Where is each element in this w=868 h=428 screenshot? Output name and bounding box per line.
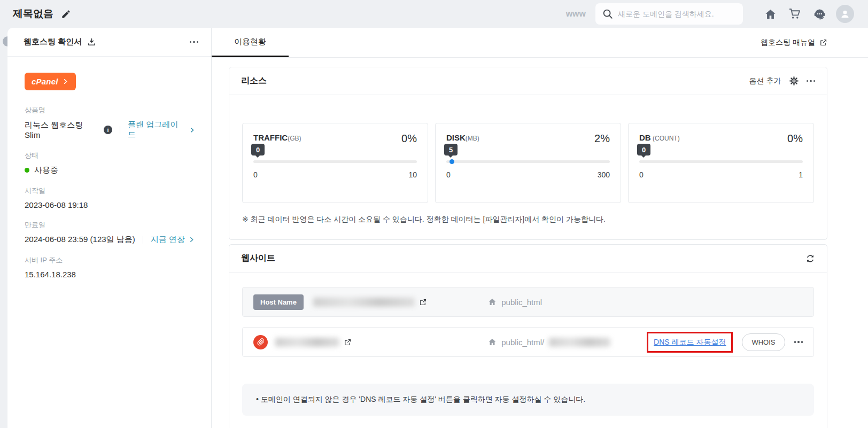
- status-value: 사용중: [34, 165, 58, 175]
- server-ip-label: 서버 IP 주소: [25, 255, 195, 265]
- chevron-right-icon: [189, 237, 195, 243]
- domain-link-icon: [253, 335, 268, 349]
- add-option-label[interactable]: 옵션 추가: [749, 76, 781, 86]
- home-folder-icon: [488, 298, 497, 306]
- home-icon[interactable]: [758, 8, 782, 20]
- start-date-label: 시작일: [25, 186, 195, 196]
- info-icon[interactable]: i: [104, 126, 112, 134]
- host-name-row: Host Name public_html: [242, 287, 814, 317]
- product-value: 리눅스 웹호스팅 Slim: [25, 120, 100, 139]
- metric-card-db: DB (COUNT) 0% 0 0 1: [628, 123, 814, 203]
- refresh-icon[interactable]: [805, 254, 815, 263]
- server-ip-value: 15.164.18.238: [25, 270, 76, 279]
- avatar[interactable]: [836, 5, 854, 23]
- metric-name: DISK: [446, 133, 466, 142]
- www-label: www: [566, 9, 586, 19]
- metric-card-traffic: TRAFFIC(GB) 0% 0 0 10: [242, 123, 428, 203]
- resources-title: 리소스: [241, 75, 267, 87]
- domain-more-icon[interactable]: [794, 341, 803, 343]
- domain-doc-root: public_html/: [501, 338, 544, 347]
- usage-bar: [446, 160, 610, 163]
- product-field: 상품명 리눅스 웹호스팅 Slim i 플랜 업그레이드: [25, 105, 195, 140]
- metric-name: DB: [639, 133, 651, 142]
- redacted-path: [549, 338, 610, 347]
- dns-auto-setup-link[interactable]: DNS 레코드 자동설정: [654, 338, 726, 346]
- cpanel-logo: cPanel: [32, 77, 58, 86]
- resources-card: 리소스 옵션 추가 TRAFFIC(GB): [229, 67, 827, 240]
- main-panel: 이용현황 웹호스팅 매뉴얼 리소스 옵션 추가: [212, 28, 868, 428]
- chevron-right-icon: [189, 127, 195, 133]
- metric-unit: (GB): [288, 135, 301, 142]
- website-card: 웹사이트 Host Name: [229, 244, 827, 428]
- page-title: 제목없음: [13, 7, 53, 21]
- product-label: 상품명: [25, 105, 195, 115]
- gear-icon[interactable]: [789, 76, 799, 86]
- support-chat-icon[interactable]: [807, 7, 832, 21]
- host-doc-root: public_html: [501, 298, 542, 307]
- expire-date-value: 2024-06-08 23:59 (123일 남음): [25, 235, 135, 245]
- usage-tooltip-badge: 0: [637, 144, 650, 155]
- external-link-icon[interactable]: [344, 338, 352, 346]
- hosting-sidebar: 웹호스팅 확인서 cPanel 상품명 리눅스 웹호스팅 Slim i 플랜 업…: [7, 28, 212, 428]
- usage-bar: [639, 160, 803, 163]
- scale-min: 0: [639, 170, 644, 179]
- external-link-icon: [819, 38, 827, 46]
- chevron-right-icon: [63, 79, 68, 84]
- tab-bar: 이용현황 웹호스팅 매뉴얼: [212, 28, 868, 58]
- start-date-value: 2023-06-08 19:18: [25, 200, 88, 209]
- status-label: 상태: [25, 151, 195, 160]
- scale-max: 10: [408, 170, 417, 179]
- sidebar-more-icon[interactable]: [190, 41, 199, 43]
- cpanel-button[interactable]: cPanel: [25, 73, 76, 90]
- resources-note: ※ 최근 데이터 반영은 다소 시간이 소요될 수 있습니다. 정확한 데이터는…: [242, 215, 814, 224]
- certificate-label: 웹호스팅 확인서: [24, 37, 82, 47]
- tab-usage-status[interactable]: 이용현황: [212, 28, 289, 57]
- start-date-field: 시작일 2023-06-08 19:18: [25, 186, 195, 209]
- metric-percent: 0%: [787, 133, 803, 144]
- usage-tooltip-badge: 5: [444, 144, 458, 155]
- server-ip-field: 서버 IP 주소 15.164.18.238: [25, 255, 195, 279]
- divider: [143, 236, 143, 244]
- redacted-domain: [275, 338, 339, 347]
- search-input[interactable]: [595, 3, 743, 25]
- resources-more-icon[interactable]: [807, 80, 816, 82]
- scale-min: 0: [253, 170, 258, 179]
- metric-name: TRAFFIC: [253, 133, 288, 142]
- status-green-dot: [25, 168, 29, 173]
- usage-bar: [253, 160, 417, 163]
- download-icon[interactable]: [87, 37, 96, 46]
- website-notice: • 도메인이 연결되지 않은 경우 'DNS 레코드 자동 설정' 버튼을 클릭…: [242, 384, 814, 416]
- divider: [120, 126, 120, 134]
- resource-metrics: TRAFFIC(GB) 0% 0 0 10: [242, 123, 814, 203]
- scale-max: 300: [598, 170, 610, 179]
- metric-card-disk: DISK(MB) 2% 5 0 300: [435, 123, 621, 203]
- status-field: 상태 사용중: [25, 151, 195, 175]
- metric-percent: 0%: [401, 133, 417, 144]
- scale-min: 0: [446, 170, 451, 179]
- domain-search-box[interactable]: [595, 3, 743, 25]
- hosting-manual-link[interactable]: 웹호스팅 매뉴얼: [761, 38, 827, 48]
- disk-usage-dot: [449, 159, 454, 164]
- plan-upgrade-link[interactable]: 플랜 업그레이드: [128, 120, 195, 140]
- scale-max: 1: [799, 170, 803, 179]
- expire-date-field: 만료일 2024-06-08 23:59 (123일 남음) 지금 연장: [25, 220, 195, 245]
- usage-tooltip-badge: 0: [251, 144, 265, 155]
- dns-highlight-annotation: DNS 레코드 자동설정: [647, 332, 733, 353]
- redacted-hostname: [313, 298, 415, 307]
- extend-now-link[interactable]: 지금 연장: [151, 235, 195, 245]
- metric-percent: 2%: [594, 133, 610, 144]
- expire-date-label: 만료일: [25, 220, 195, 230]
- edit-title-icon[interactable]: [61, 9, 71, 19]
- domain-row: public_html/ DNS 레코드 자동설정 WHOIS: [242, 327, 814, 357]
- top-header: 제목없음 www: [0, 0, 868, 28]
- home-folder-icon: [488, 338, 497, 346]
- whois-button[interactable]: WHOIS: [742, 333, 785, 351]
- host-name-badge: Host Name: [253, 294, 304, 310]
- website-title: 웹사이트: [241, 253, 275, 264]
- external-link-icon[interactable]: [419, 298, 427, 306]
- metric-unit: (COUNT): [651, 135, 680, 142]
- metric-unit: (MB): [466, 135, 479, 142]
- search-icon: [602, 8, 614, 22]
- cart-icon[interactable]: [782, 7, 807, 20]
